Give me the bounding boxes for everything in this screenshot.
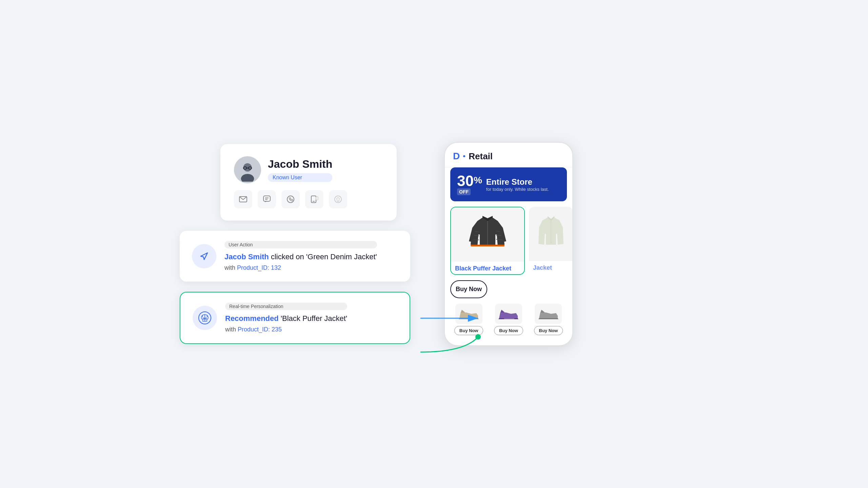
products-scroll: Black Puffer Jacket Jacket xyxy=(445,207,572,280)
user-info: Jacob Smith Known User xyxy=(234,156,383,183)
user-card: Jacob Smith Known User xyxy=(220,144,397,221)
featured-product-name: Black Puffer Jacket xyxy=(451,262,524,274)
rec-subtext: with Product_ID: 235 xyxy=(225,326,347,333)
svg-point-20 xyxy=(205,318,206,319)
action-user-link[interactable]: Jacob Smith xyxy=(224,252,269,261)
sms-channel-btn[interactable] xyxy=(305,190,323,208)
rec-product-id: Product_ID: 235 xyxy=(238,326,282,333)
brand-name: Retail xyxy=(469,151,493,162)
recommendation-card: Real-time Personalization Recommended 'B… xyxy=(180,292,410,344)
featured-product-image xyxy=(451,207,524,262)
action-content: User Action Jacob Smith clicked on 'Gree… xyxy=(224,241,377,271)
webpush-channel-btn[interactable] xyxy=(329,190,347,208)
action-subtext: with Product_ID: 132 xyxy=(224,264,377,271)
user-name: Jacob Smith xyxy=(268,158,332,170)
promo-subtitle: for today only. While stocks last. xyxy=(486,187,549,192)
shoe-item-2: Buy Now xyxy=(494,304,523,335)
shoe-buy-3[interactable]: Buy Now xyxy=(534,326,563,335)
channel-icons xyxy=(234,190,383,208)
shoe-item-3: Buy Now xyxy=(534,304,563,335)
promo-off-label: OFF xyxy=(457,188,471,195)
shoe-buy-1[interactable]: Buy Now xyxy=(454,326,484,335)
secondary-product-name: Jacket xyxy=(529,261,572,273)
rec-product-text: 'Black Puffer Jacket' xyxy=(279,314,347,323)
action-product-id: Product_ID: 132 xyxy=(237,264,281,271)
secondary-product-card: Jacket xyxy=(529,207,572,275)
promo-number: 30 xyxy=(457,174,474,188)
action-card: User Action Jacob Smith clicked on 'Gree… xyxy=(180,231,410,282)
shoes-row: Buy Now Buy Now xyxy=(445,304,572,339)
phone-header: D Retail xyxy=(445,143,572,167)
promo-text: Entire Store for today only. While stock… xyxy=(486,177,549,192)
brand-logo: D Retail xyxy=(453,151,493,162)
action-icon xyxy=(192,244,216,268)
promo-banner: 30 % OFF Entire Store for today only. Wh… xyxy=(450,167,567,201)
left-panel: Jacob Smith Known User xyxy=(180,144,417,344)
chat-channel-btn[interactable] xyxy=(258,190,276,208)
rec-label: Real-time Personalization xyxy=(225,303,347,310)
svg-rect-31 xyxy=(471,245,505,246)
secondary-product-image xyxy=(529,207,572,261)
svg-point-1 xyxy=(243,163,252,172)
rec-icon xyxy=(193,306,217,330)
action-label: User Action xyxy=(224,241,377,248)
user-details: Jacob Smith Known User xyxy=(268,158,332,182)
promo-unit: % xyxy=(474,175,482,186)
shoe-buy-2[interactable]: Buy Now xyxy=(494,326,523,335)
known-user-badge: Known User xyxy=(268,173,332,182)
rec-text: Recommended 'Black Puffer Jacket' xyxy=(225,313,347,324)
featured-buy-now-button[interactable]: Buy Now xyxy=(450,280,487,298)
action-description: clicked on 'Green Denim Jacket' xyxy=(269,252,377,261)
action-sub-prefix: with xyxy=(224,264,237,271)
rec-sub-prefix: with xyxy=(225,326,238,333)
promo-title: Entire Store xyxy=(486,177,549,187)
shoe-image-3 xyxy=(535,304,562,324)
avatar xyxy=(234,156,261,183)
featured-product-card: Black Puffer Jacket xyxy=(450,207,525,275)
promo-percent: 30 % OFF xyxy=(457,174,482,195)
action-text: Jacob Smith clicked on 'Green Denim Jack… xyxy=(224,252,377,262)
phone-mockup: D Retail 30 % OFF Entire Store for today… xyxy=(444,142,573,346)
email-channel-btn[interactable] xyxy=(234,190,252,208)
shoe-image-1 xyxy=(455,304,482,324)
brand-d-letter: D xyxy=(453,151,460,162)
rec-highlight: Recommended xyxy=(225,314,279,323)
svg-rect-7 xyxy=(263,196,270,201)
brand-dot xyxy=(463,155,465,157)
svg-point-19 xyxy=(203,318,204,319)
whatsapp-channel-btn[interactable] xyxy=(281,190,300,208)
rec-content: Real-time Personalization Recommended 'B… xyxy=(225,303,347,333)
shoe-image-2 xyxy=(495,304,522,324)
main-container: Jacob Smith Known User xyxy=(180,142,688,346)
shoe-item-1: Buy Now xyxy=(454,304,484,335)
